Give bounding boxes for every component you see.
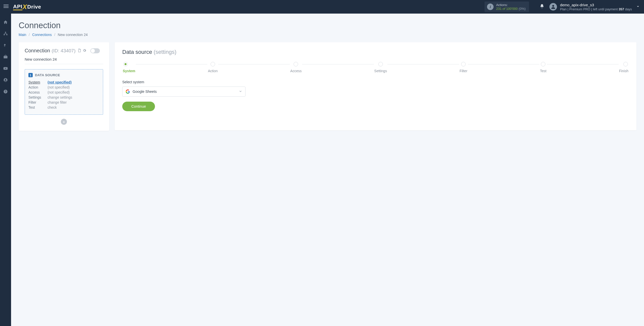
source-row[interactable]: Filterchange filter	[28, 100, 99, 104]
gear-icon[interactable]	[83, 49, 86, 53]
svg-rect-0	[4, 5, 9, 5]
step-dot	[541, 62, 545, 66]
svg-rect-7	[4, 56, 8, 58]
source-row[interactable]: Action(not specified)	[28, 85, 99, 89]
menu-icon[interactable]	[4, 4, 10, 10]
right-heading-sub: (settings)	[154, 49, 176, 55]
step-dot	[378, 62, 383, 66]
source-row[interactable]: Settingschange settings	[28, 95, 99, 99]
user-icon[interactable]	[3, 77, 8, 83]
google-icon	[126, 89, 130, 94]
row-value: (not specified)	[48, 80, 72, 84]
breadcrumb-current: New connection 24	[58, 33, 88, 37]
step-action[interactable]: Action	[207, 62, 218, 73]
step-test[interactable]: Test	[539, 62, 547, 73]
svg-rect-6	[6, 34, 8, 35]
step-label: Access	[290, 69, 302, 73]
home-icon[interactable]	[3, 20, 8, 25]
step-dot	[461, 62, 466, 66]
billing-icon[interactable]	[3, 43, 8, 48]
row-value: change settings	[48, 95, 72, 99]
page-title: Connection	[19, 21, 636, 30]
user-menu[interactable]: demo_apix-drive_s3 Plan | Premium PRO | …	[549, 3, 640, 11]
row-key: System	[28, 80, 48, 84]
step-finish[interactable]: Finish	[619, 62, 629, 73]
sidebar: ?	[0, 14, 11, 326]
top-nav: APIXDrive i Actions: 231 of 100'000(0%) …	[0, 0, 644, 14]
step-dot	[211, 62, 215, 66]
select-system-label: Select system	[122, 80, 629, 84]
svg-text:?: ?	[5, 90, 6, 93]
step-label: Action	[208, 69, 218, 73]
source-row[interactable]: Access(not specified)	[28, 90, 99, 94]
step-label: Filter	[460, 69, 467, 73]
youtube-icon[interactable]	[3, 66, 8, 71]
system-select[interactable]: Google Sheets	[122, 87, 246, 97]
step-dot	[623, 62, 628, 66]
enable-toggle[interactable]	[90, 48, 100, 53]
svg-point-3	[552, 5, 554, 7]
connection-name: New connection 24	[25, 57, 103, 64]
logo[interactable]: APIXDrive	[13, 3, 41, 11]
row-value: (not specified)	[48, 90, 70, 94]
card-heading: Connection	[25, 48, 50, 54]
svg-point-10	[5, 79, 6, 80]
row-key: Access	[28, 90, 48, 94]
row-value: check	[48, 105, 57, 109]
breadcrumb: Main / Connections / New connection 24	[19, 33, 636, 37]
breadcrumb-connections[interactable]: Connections	[32, 33, 52, 37]
source-row[interactable]: System(not specified)	[28, 80, 99, 84]
bell-icon[interactable]	[540, 4, 544, 10]
svg-rect-4	[5, 32, 6, 33]
step-dot	[123, 62, 128, 66]
row-key: Settings	[28, 95, 48, 99]
step-dot	[294, 62, 298, 66]
stepper: SystemActionAccessSettingsFilterTestFini…	[122, 62, 629, 73]
actions-quota: 100'000	[506, 7, 518, 11]
box-title: DATA SOURCE	[35, 73, 60, 77]
info-icon: i	[487, 4, 494, 10]
row-value: change filter	[48, 100, 67, 104]
row-key: Test	[28, 105, 48, 109]
actions-label: Actions:	[496, 3, 526, 7]
system-select-value: Google Sheets	[133, 90, 239, 94]
briefcase-icon[interactable]	[3, 54, 8, 59]
step-filter[interactable]: Filter	[459, 62, 468, 73]
step-label: Finish	[619, 69, 628, 73]
row-key: Action	[28, 85, 48, 89]
user-plan: Plan | Premium PRO | left until payment …	[560, 7, 632, 11]
row-key: Filter	[28, 100, 48, 104]
breadcrumb-main[interactable]: Main	[19, 33, 26, 37]
connections-icon[interactable]	[3, 31, 8, 36]
connection-summary-card: Connection (ID: 43407) New connection 24…	[19, 42, 109, 131]
actions-pct: (0%)	[519, 7, 526, 11]
main-content: Connection Main / Connections / New conn…	[11, 14, 644, 326]
actions-used: 231	[496, 7, 502, 11]
step-settings[interactable]: Settings	[374, 62, 388, 73]
source-row[interactable]: Testcheck	[28, 105, 99, 109]
actions-counter[interactable]: i Actions: 231 of 100'000(0%)	[485, 2, 529, 12]
svg-rect-2	[4, 7, 9, 8]
step-access[interactable]: Access	[290, 62, 302, 73]
step-system[interactable]: System	[122, 62, 136, 73]
step-badge: 1	[28, 73, 33, 77]
continue-button[interactable]: Continue	[122, 102, 155, 111]
svg-rect-5	[4, 34, 5, 35]
step-label: System	[123, 69, 135, 73]
chevron-down-icon	[239, 90, 242, 94]
help-icon[interactable]: ?	[3, 89, 8, 94]
user-name: demo_apix-drive_s3	[560, 3, 632, 7]
chevron-down-icon[interactable]	[636, 5, 640, 9]
connection-id: (ID: 43407)	[52, 48, 75, 54]
avatar-icon	[549, 3, 557, 11]
svg-rect-1	[4, 6, 9, 6]
right-heading: Data source	[122, 49, 152, 55]
row-value: (not specified)	[48, 85, 70, 89]
file-icon[interactable]	[77, 49, 81, 53]
add-destination-button[interactable]: +	[61, 119, 67, 125]
step-label: Test	[540, 69, 546, 73]
data-source-settings-card: Data source (settings) SystemActionAcces…	[115, 42, 636, 130]
step-label: Settings	[374, 69, 387, 73]
data-source-box: 1 DATA SOURCE System(not specified)Actio…	[25, 69, 103, 115]
